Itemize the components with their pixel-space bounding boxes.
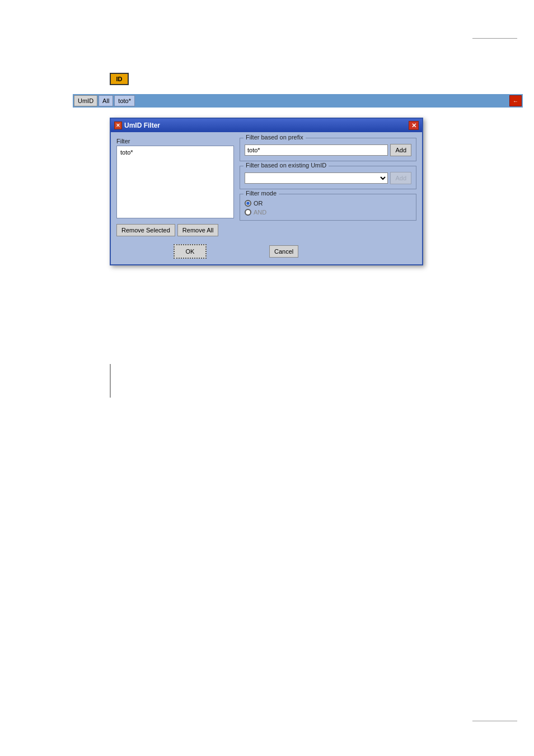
filter-list-container: Filter toto*: [116, 138, 234, 218]
cancel-button[interactable]: Cancel: [269, 245, 298, 258]
remove-selected-button[interactable]: Remove Selected: [116, 224, 175, 236]
title-icon-symbol: ✕: [116, 123, 120, 128]
dialog-title-icon: ✕: [114, 122, 122, 129]
existing-add-button[interactable]: Add: [390, 172, 411, 184]
prefix-add-button[interactable]: Add: [390, 144, 411, 156]
footer-right: Cancel: [269, 245, 416, 258]
left-panel: Filter toto* Remove Selected Remove All: [116, 138, 234, 236]
prefix-group-box: Filter based on prefix Add: [240, 138, 416, 161]
dialog-body: Filter toto* Remove Selected Remove All …: [111, 132, 422, 242]
umid-button[interactable]: UmID: [74, 95, 97, 106]
filter-list-item[interactable]: toto*: [119, 148, 231, 156]
and-radio-row: AND: [245, 209, 411, 216]
vertical-decoration-bar: [110, 364, 111, 398]
dialog-title: UmID Filter: [124, 122, 406, 129]
dialog-titlebar: ✕ UmID Filter ✕: [111, 119, 422, 132]
dialog-footer: OK Cancel: [111, 242, 422, 264]
and-radio-label: AND: [254, 209, 266, 216]
or-radio-button[interactable]: [245, 200, 251, 207]
close-icon: ✕: [411, 122, 416, 129]
bottom-decoration-line: [472, 721, 517, 721]
remove-all-button[interactable]: Remove All: [177, 224, 219, 236]
bottom-buttons: Remove Selected Remove All: [116, 224, 234, 236]
ok-button[interactable]: OK: [174, 244, 207, 259]
existing-group-box: Filter based on existing UmID Add: [240, 166, 416, 189]
existing-group-row: Add: [245, 172, 411, 184]
or-radio-label: OR: [254, 200, 263, 207]
top-decoration-line: [472, 38, 517, 39]
existing-group-title: Filter based on existing UmID: [243, 162, 329, 169]
prefix-input[interactable]: [245, 144, 388, 156]
arrow-icon: ←: [513, 98, 518, 104]
right-panel: Filter based on prefix Add Filter based …: [240, 138, 416, 236]
filter-list-label: Filter: [116, 138, 234, 144]
all-tag: All: [99, 95, 113, 106]
prefix-group-row: Add: [245, 144, 411, 156]
and-radio-button[interactable]: [245, 209, 251, 216]
dialog-close-button[interactable]: ✕: [409, 121, 419, 130]
filter-mode-title: Filter mode: [243, 190, 279, 197]
filter-mode-box: Filter mode OR AND: [240, 194, 416, 221]
or-radio-row: OR: [245, 200, 411, 207]
prefix-group-title: Filter based on prefix: [243, 134, 306, 141]
dialog-container: ✕ UmID Filter ✕ Filter toto* Remove Sele…: [110, 118, 434, 265]
id-badge: ID: [110, 73, 129, 85]
id-badge-label: ID: [116, 76, 123, 82]
filter-list-box[interactable]: toto*: [116, 146, 234, 218]
filter-tag: toto*: [114, 95, 135, 106]
toolbar-bar: UmID All toto* ←: [73, 94, 523, 108]
existing-umid-select[interactable]: [245, 172, 388, 184]
umid-filter-dialog: ✕ UmID Filter ✕ Filter toto* Remove Sele…: [110, 118, 423, 265]
toolbar-icon-button[interactable]: ←: [509, 95, 522, 106]
footer-left: OK: [116, 244, 264, 259]
